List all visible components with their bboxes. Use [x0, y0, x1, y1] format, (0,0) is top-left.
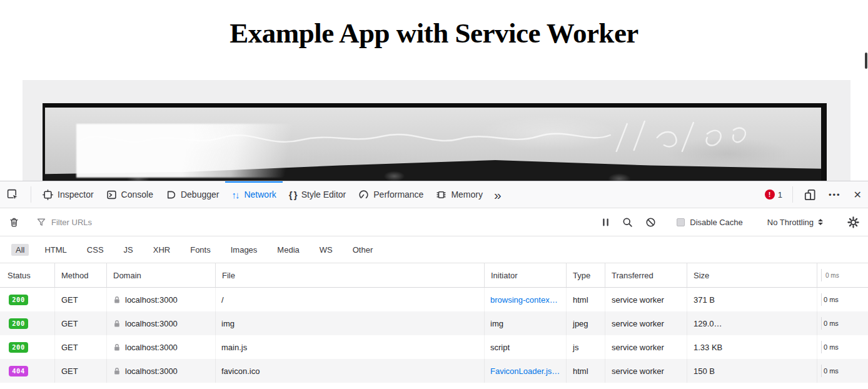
console-icon — [106, 189, 117, 200]
column-header-transferred[interactable]: Transferred — [605, 263, 687, 287]
error-icon: ! — [765, 189, 775, 200]
request-row[interactable]: 200 GET localhost:3000 img img jpeg serv… — [0, 311, 868, 335]
filter-all[interactable]: All — [11, 244, 29, 256]
inspector-icon — [43, 189, 53, 200]
tab-inspector[interactable]: Inspector — [36, 181, 100, 208]
type-cell: js — [567, 335, 605, 359]
requests-table-header: Status Method Domain File Initiator Type… — [0, 263, 868, 288]
request-row[interactable]: 404 GET localhost:3000 favicon.ico Favic… — [0, 359, 868, 383]
filter-html[interactable]: HTML — [40, 244, 71, 256]
devtools-menu-button[interactable]: ••• — [822, 181, 847, 208]
waterfall-cell: 0 ms — [817, 288, 868, 311]
domain-cell: localhost:3000 — [107, 288, 216, 311]
bw-photo — [43, 103, 827, 181]
lock-icon — [113, 367, 121, 375]
tab-performance[interactable]: Performance — [352, 181, 430, 208]
size-cell: 129.0… — [687, 311, 817, 335]
status-badge: 200 — [9, 295, 28, 305]
filter-xhr[interactable]: XHR — [149, 244, 174, 256]
status-badge: 200 — [9, 342, 28, 353]
column-header-size[interactable]: Size — [687, 263, 817, 287]
column-header-file[interactable]: File — [216, 263, 485, 287]
filter-urls-input[interactable] — [51, 218, 587, 227]
page-scrollbar-thumb[interactable] — [865, 53, 867, 69]
debugger-icon — [166, 189, 176, 200]
filter-other[interactable]: Other — [348, 244, 378, 256]
lock-icon — [113, 343, 121, 351]
status-badge: 404 — [9, 366, 28, 376]
error-count-button[interactable]: ! 1 — [760, 181, 787, 208]
toolbar-divider — [31, 186, 31, 203]
tab-memory[interactable]: Memory — [430, 181, 489, 208]
close-devtools-button[interactable]: ✕ — [847, 181, 868, 208]
responsive-design-mode-button[interactable] — [798, 181, 822, 208]
filter-images[interactable]: Images — [226, 244, 262, 256]
throttling-select[interactable]: No Throttling — [757, 218, 833, 227]
type-cell: html — [567, 288, 605, 311]
request-row[interactable]: 200 GET localhost:3000 / browsing-contex… — [0, 288, 868, 311]
domain-text: localhost:3000 — [125, 295, 178, 305]
funnel-icon — [36, 217, 46, 227]
tab-label: Network — [244, 189, 276, 200]
method-cell: GET — [55, 288, 107, 311]
filter-css[interactable]: CSS — [83, 244, 108, 256]
column-header-method[interactable]: Method — [55, 263, 107, 287]
domain-cell: localhost:3000 — [107, 359, 216, 383]
search-icon — [622, 217, 633, 228]
method-cell: GET — [55, 335, 107, 359]
more-tabs-button[interactable]: » — [489, 181, 507, 208]
transferred-cell: service worker — [605, 335, 687, 359]
network-settings-button[interactable] — [841, 216, 868, 228]
initiator-link[interactable]: browsing-contex… — [485, 288, 567, 311]
file-cell: / — [216, 288, 485, 311]
filter-ws[interactable]: WS — [315, 244, 337, 256]
lock-icon — [113, 296, 121, 304]
disable-cache-checkbox[interactable] — [677, 218, 685, 226]
initiator-link[interactable]: FaviconLoader.js… — [485, 359, 567, 383]
search-button[interactable] — [616, 217, 639, 228]
waterfall-cell: 0 ms — [817, 335, 868, 359]
request-blocking-button[interactable] — [639, 217, 662, 228]
file-cell: main.js — [216, 335, 485, 359]
domain-cell: localhost:3000 — [107, 311, 216, 335]
size-cell: 371 B — [687, 288, 817, 311]
domain-text: localhost:3000 — [125, 343, 178, 352]
filter-media[interactable]: Media — [273, 244, 303, 256]
tab-label: Console — [121, 189, 153, 200]
column-header-domain[interactable]: Domain — [107, 263, 216, 287]
pick-element-button[interactable] — [0, 181, 26, 208]
column-header-initiator[interactable]: Initiator — [485, 263, 567, 287]
initiator-cell: img — [485, 311, 567, 335]
initiator-cell: script — [485, 335, 567, 359]
tab-network[interactable]: ↑↓ Network — [225, 181, 282, 208]
column-header-type[interactable]: Type — [567, 263, 605, 287]
method-cell: GET — [55, 311, 107, 335]
toolbar-spacer — [507, 181, 760, 208]
clear-requests-button[interactable] — [0, 217, 26, 228]
filter-js[interactable]: JS — [119, 244, 138, 256]
transferred-cell: service worker — [605, 359, 687, 383]
method-cell: GET — [55, 359, 107, 383]
tab-label: Memory — [451, 189, 483, 200]
error-count: 1 — [778, 190, 782, 200]
tab-console[interactable]: Console — [100, 181, 159, 208]
page-header: Example App with Service Worker — [0, 0, 868, 80]
lock-icon — [113, 320, 121, 328]
tab-debugger[interactable]: Debugger — [159, 181, 226, 208]
throttling-value: No Throttling — [767, 218, 814, 227]
column-header-status[interactable]: Status — [0, 263, 55, 287]
hero-image-area — [23, 80, 850, 181]
performance-icon — [358, 189, 369, 200]
column-header-waterfall[interactable]: 0 ms — [817, 263, 868, 287]
tab-style-editor[interactable]: { } Style Editor — [283, 181, 352, 208]
responsive-design-icon — [804, 189, 816, 201]
type-cell: jpeg — [567, 311, 605, 335]
domain-text: localhost:3000 — [125, 319, 178, 328]
filter-fonts[interactable]: Fonts — [186, 244, 215, 256]
file-cell: img — [216, 311, 485, 335]
request-row[interactable]: 200 GET localhost:3000 main.js script js… — [0, 335, 868, 359]
memory-icon — [436, 189, 447, 200]
pause-recording-button[interactable] — [595, 218, 616, 227]
devtools-toolbar: Inspector Console Debugger ↑↓ Network — [0, 181, 868, 208]
disable-cache-control[interactable]: Disable Cache — [670, 218, 749, 227]
